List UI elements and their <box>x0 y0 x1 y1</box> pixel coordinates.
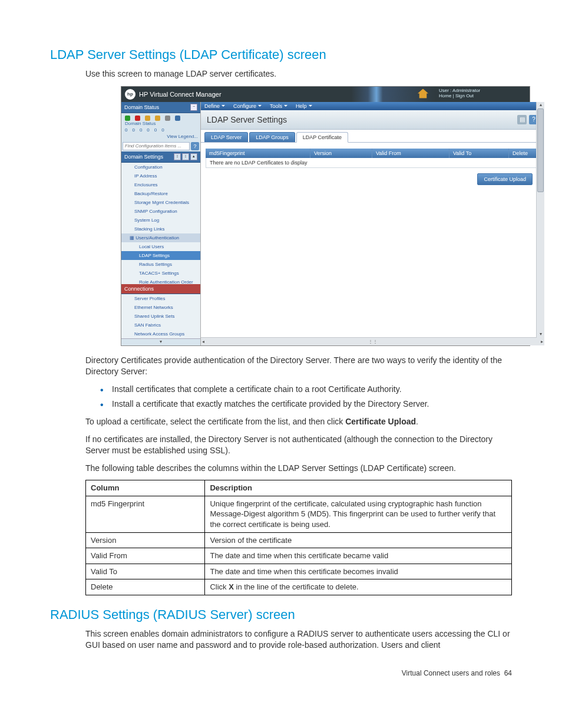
table-row: Valid From The date and time when this c… <box>86 548 512 564</box>
sidebar-item-role-order[interactable]: Role Authentication Order <box>121 278 200 284</box>
sidebar-item-stacking[interactable]: Stacking Links <box>121 225 200 233</box>
sidebar-item-server-profiles[interactable]: Server Profiles <box>121 294 200 303</box>
status-error-icon <box>135 116 140 121</box>
scroll-grip-icon: ⋮⋮ <box>368 339 378 344</box>
col-version: Version <box>310 149 372 158</box>
paragraph-upload: To upload a certificate, select the cert… <box>85 416 512 428</box>
panel-title-connections: Connections <box>124 286 154 292</box>
home-link[interactable]: Home <box>439 93 451 98</box>
panel-title-domain-settings: Domain Settings <box>124 154 163 160</box>
paragraph-table-intro: The following table describes the column… <box>85 463 512 475</box>
sidebar-item-enclosures[interactable]: Enclosures <box>121 180 200 189</box>
status-ok-icon <box>125 116 130 121</box>
expand-all-icon[interactable]: ↕ <box>174 153 181 160</box>
scroll-up-icon[interactable]: ▴ <box>537 102 544 108</box>
page-title: LDAP Server Settings <box>207 115 287 124</box>
page-footer: Virtual Connect users and roles 64 <box>50 669 512 677</box>
sidebar: Domain Status − Domain <box>121 102 201 345</box>
sidebar-item-storage-creds[interactable]: Storage Mgmt Credentials <box>121 198 200 207</box>
status-unknown-icon <box>165 116 170 121</box>
sidebar-item-eth-networks[interactable]: Ethernet Networks <box>121 303 200 312</box>
status-warn2-icon <box>155 116 160 121</box>
table-row: Version Version of the certificate <box>86 532 512 548</box>
col-md5: md5Fingerprint <box>206 149 310 158</box>
table-row: Delete Click X in the line of the certif… <box>86 579 512 595</box>
sidebar-item-san-fabrics[interactable]: SAN Fabrics <box>121 321 200 330</box>
columns-table: Column Description md5 Fingerprint Uniqu… <box>85 480 512 595</box>
tab-ldap-groups[interactable]: LDAP Groups <box>249 132 295 143</box>
app-title: HP Virtual Connect Manager <box>139 87 225 102</box>
collapse-icon[interactable]: − <box>190 104 197 111</box>
cert-table-header: md5Fingerprint Version Valid From Valid … <box>206 149 540 158</box>
certificate-upload-button[interactable]: Certificate Upload <box>477 173 533 185</box>
horizontal-scrollbar[interactable]: ◂ ⋮⋮ ▸ <box>201 337 544 345</box>
status-info-icon <box>175 116 180 121</box>
intro-paragraph: Use this screen to manage LDAP server ce… <box>85 68 512 80</box>
main-panel: Define Configure Tools Help LDAP Server … <box>201 102 544 345</box>
col-delete: Delete <box>509 149 540 158</box>
table-row: Valid To The date and time when this cer… <box>86 564 512 579</box>
collapse-all-icon[interactable]: ↕ <box>182 153 189 160</box>
th-description: Description <box>205 480 512 496</box>
scroll-up-icon[interactable]: ▴ <box>190 153 197 160</box>
user-line: User : Administrator <box>439 88 526 94</box>
paragraph-directory-certs: Directory Certificates provide authentic… <box>85 355 512 378</box>
scroll-right-icon[interactable]: ▸ <box>541 339 543 344</box>
table-row: md5 Fingerprint Unique fingerprint of th… <box>86 496 512 532</box>
paragraph-radius-intro: This screen enables domain administrator… <box>85 628 512 651</box>
menu-tools[interactable]: Tools <box>270 103 287 109</box>
sidebar-scroll-down-icon[interactable]: ▾ <box>121 338 200 345</box>
tab-ldap-certificate[interactable]: LDAP Certificate <box>296 132 348 143</box>
bullet-exact-match: Install a certificate that exactly match… <box>100 398 512 410</box>
tab-ldap-server[interactable]: LDAP Server <box>204 132 248 143</box>
sidebar-item-backup[interactable]: Backup/Restore <box>121 189 200 198</box>
sidebar-item-local-users[interactable]: Local Users <box>121 242 200 251</box>
paragraph-no-certs: If no certificates are installed, the Di… <box>85 434 512 457</box>
search-help-icon[interactable]: ? <box>191 142 199 150</box>
col-valid-to: Valid To <box>449 149 509 158</box>
sidebar-item-tacacs[interactable]: TACACS+ Settings <box>121 269 200 278</box>
signout-link[interactable]: Sign Out <box>455 93 474 98</box>
status-warn-icon <box>145 116 150 121</box>
view-legend-link[interactable]: View Legend... <box>121 134 200 141</box>
heading-ldap-cert: LDAP Server Settings (LDAP Certificate) … <box>50 47 512 62</box>
sidebar-section-users-auth[interactable]: ▦ Users/Authentication <box>121 233 200 242</box>
screenshot-hpvcm: hp HP Virtual Connect Manager User : Adm… <box>121 86 530 346</box>
sidebar-item-syslog[interactable]: System Log <box>121 216 200 225</box>
menu-help[interactable]: Help <box>296 103 312 109</box>
sidebar-item-ip-address[interactable]: IP Address <box>121 172 200 180</box>
menu-configure[interactable]: Configure <box>233 103 262 109</box>
sidebar-item-ldap-settings[interactable]: LDAP Settings <box>121 251 200 260</box>
panel-title-domain-status: Domain Status <box>124 104 159 110</box>
th-column: Column <box>86 480 205 496</box>
bullet-chain: Install certificates that complete a cer… <box>100 384 512 396</box>
vertical-scrollbar[interactable]: ▴ ▾ <box>536 102 544 338</box>
sidebar-item-configuration[interactable]: Configuration <box>121 163 200 172</box>
scroll-left-icon[interactable]: ◂ <box>202 339 204 344</box>
sidebar-item-radius-settings[interactable]: Radius Settings <box>121 260 200 269</box>
scroll-down-icon[interactable]: ▾ <box>537 331 544 338</box>
home-icon[interactable] <box>418 89 428 98</box>
sidebar-item-net-access-groups[interactable]: Network Access Groups <box>121 330 200 338</box>
menu-define[interactable]: Define <box>204 103 225 109</box>
print-icon[interactable]: ▤ <box>517 115 527 124</box>
cert-empty-message: There are no LDAP Certificates to displa… <box>206 158 540 168</box>
search-input[interactable] <box>123 142 190 150</box>
domain-status-label: Domain Status <box>125 121 156 126</box>
scroll-thumb[interactable] <box>537 108 544 192</box>
col-valid-from: Valid From <box>372 149 449 158</box>
sidebar-item-shared-uplink[interactable]: Shared Uplink Sets <box>121 312 200 321</box>
hp-logo-icon: hp <box>125 89 135 100</box>
sidebar-item-snmp[interactable]: SNMP Configuration <box>121 207 200 216</box>
heading-radius: RADIUS Settings (RADIUS Server) screen <box>50 607 512 622</box>
